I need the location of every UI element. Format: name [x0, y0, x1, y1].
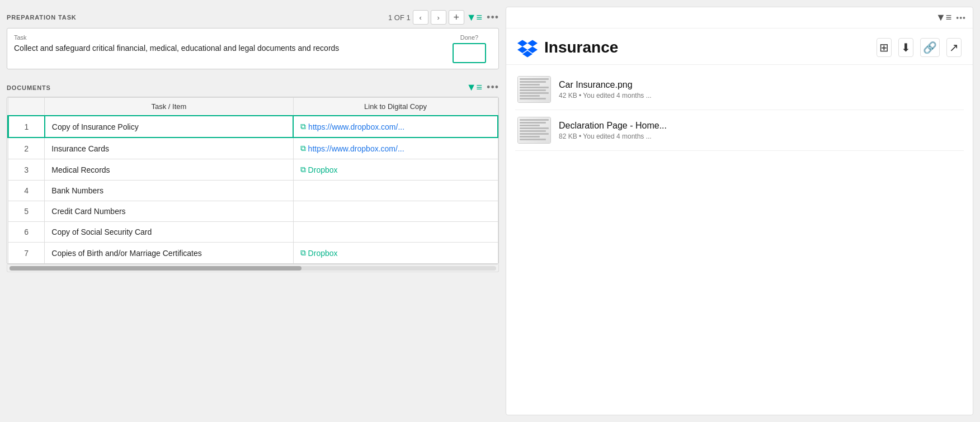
row-number: 3	[8, 159, 45, 181]
documents-table: Task / Item Link to Digital Copy 1Copy o…	[7, 97, 499, 264]
table-row[interactable]: 5Credit Card Numbers	[8, 201, 498, 222]
documents-more-button[interactable]: •••	[487, 82, 499, 93]
external-link-icon: ⧉	[300, 165, 306, 174]
task-item-cell[interactable]: Copy of Social Security Card	[45, 222, 293, 243]
file-meta: 42 KB • You edited 4 months ...	[559, 92, 962, 99]
dropbox-filter-icon[interactable]: ▼≡	[936, 12, 951, 23]
row-number: 7	[8, 243, 45, 264]
link-cell[interactable]: ⧉Dropbox	[293, 159, 498, 181]
link-text: Dropbox	[308, 249, 338, 258]
dropbox-logo-icon	[517, 37, 538, 58]
external-link-icon: ⧉	[300, 122, 306, 131]
dropbox-folder-name: Insurance	[544, 39, 618, 56]
grid-icon: ⊞	[879, 41, 889, 54]
dropbox-download-button[interactable]: ⬇	[898, 38, 913, 57]
external-link-icon: ⧉	[300, 144, 306, 153]
dropbox-file-list: Car Insurance.png42 KB • You edited 4 mo…	[506, 65, 973, 155]
link-cell[interactable]	[293, 181, 498, 201]
task-text: Collect and safeguard critical financial…	[14, 43, 442, 54]
link-cell[interactable]: ⧉Dropbox	[293, 243, 498, 264]
link-text: Dropbox	[308, 165, 338, 174]
table-row[interactable]: 6Copy of Social Security Card	[8, 222, 498, 243]
file-info: Declaration Page - Home...82 KB • You ed…	[559, 121, 962, 140]
dropbox-panel: ▼≡ ••• Insurance ⊞ ⬇ 🔗	[506, 7, 973, 415]
external-link-icon: ↗	[949, 41, 959, 54]
file-item[interactable]: Car Insurance.png42 KB • You edited 4 mo…	[515, 69, 964, 110]
task-item-cell[interactable]: Credit Card Numbers	[45, 201, 293, 222]
file-thumbnail	[517, 117, 551, 144]
prep-task-section-title: PREPARATION TASK	[7, 14, 77, 21]
row-number: 1	[8, 116, 45, 137]
link-icon: 🔗	[923, 41, 937, 54]
documents-filter-icon[interactable]: ▼≡	[467, 82, 482, 93]
dropbox-grid-view-button[interactable]: ⊞	[877, 38, 892, 57]
task-item-cell[interactable]: Bank Numbers	[45, 181, 293, 201]
documents-section-title: DOCUMENTS	[7, 84, 51, 91]
file-name: Declaration Page - Home...	[559, 121, 962, 131]
file-info: Car Insurance.png42 KB • You edited 4 mo…	[559, 80, 962, 99]
link-text: https://www.dropbox.com/...	[308, 144, 404, 153]
row-number: 6	[8, 222, 45, 243]
col-header-num	[8, 98, 45, 116]
file-name: Car Insurance.png	[559, 80, 962, 90]
filter-icon[interactable]: ▼≡	[467, 12, 482, 23]
download-icon: ⬇	[901, 41, 911, 54]
dropbox-link-button[interactable]: 🔗	[920, 38, 940, 57]
col-header-task-item: Task / Item	[45, 98, 293, 116]
task-item-cell[interactable]: Insurance Cards	[45, 137, 293, 159]
dropbox-export-button[interactable]: ↗	[946, 38, 962, 57]
link-cell[interactable]: ⧉https://www.dropbox.com/...	[293, 116, 498, 137]
file-item[interactable]: Declaration Page - Home...82 KB • You ed…	[515, 110, 964, 151]
task-item-cell[interactable]: Copies of Birth and/or Marriage Certific…	[45, 243, 293, 264]
link-text: https://www.dropbox.com/...	[308, 122, 404, 131]
link-cell[interactable]	[293, 201, 498, 222]
link-cell[interactable]	[293, 222, 498, 243]
file-thumbnail	[517, 76, 551, 103]
prev-button[interactable]: ‹	[413, 10, 428, 25]
done-checkbox[interactable]	[453, 43, 486, 63]
table-row[interactable]: 2Insurance Cards⧉https://www.dropbox.com…	[8, 137, 498, 159]
dropbox-more-button[interactable]: •••	[956, 13, 966, 22]
row-number: 5	[8, 201, 45, 222]
table-row[interactable]: 1Copy of Insurance Policy⧉https://www.dr…	[8, 116, 498, 137]
table-row[interactable]: 3Medical Records⧉Dropbox	[8, 159, 498, 181]
task-label: Task	[14, 34, 442, 41]
file-meta: 82 KB • You edited 4 months ...	[559, 132, 962, 140]
link-cell[interactable]: ⧉https://www.dropbox.com/...	[293, 137, 498, 159]
external-link-icon: ⧉	[300, 248, 306, 258]
prep-task-more-button[interactable]: •••	[487, 12, 499, 23]
dropbox-header: Insurance ⊞ ⬇ 🔗 ↗	[506, 29, 973, 65]
add-task-button[interactable]: +	[449, 10, 464, 25]
col-header-link: Link to Digital Copy	[293, 98, 498, 116]
pagination-label: 1 OF 1	[388, 13, 411, 22]
task-item-cell[interactable]: Medical Records	[45, 159, 293, 181]
prep-task-card: Task Collect and safeguard critical fina…	[7, 28, 499, 69]
table-row[interactable]: 4Bank Numbers	[8, 181, 498, 201]
table-row[interactable]: 7Copies of Birth and/or Marriage Certifi…	[8, 243, 498, 264]
row-number: 2	[8, 137, 45, 159]
done-label: Done?	[460, 34, 478, 41]
row-number: 4	[8, 181, 45, 201]
next-button[interactable]: ›	[431, 10, 446, 25]
task-item-cell[interactable]: Copy of Insurance Policy	[45, 116, 293, 137]
horizontal-scrollbar[interactable]	[7, 264, 499, 272]
